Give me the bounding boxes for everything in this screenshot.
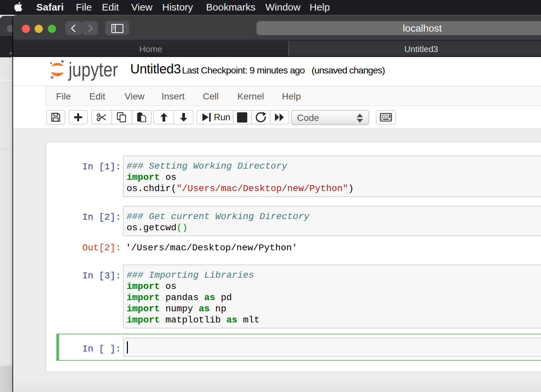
svg-text:jupyter: jupyter <box>68 58 118 81</box>
